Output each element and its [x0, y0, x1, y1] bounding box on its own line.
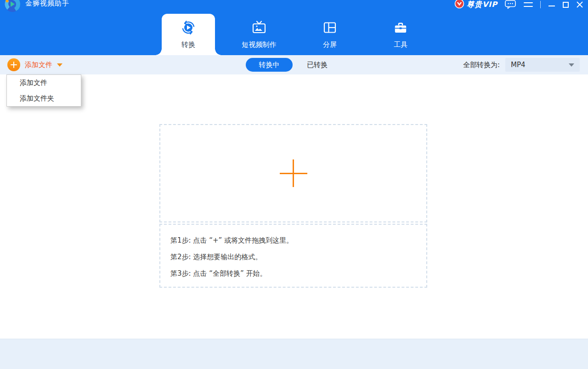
tab-short-video-label: 短视频制作 — [242, 40, 277, 49]
menu-item-add-folder[interactable]: 添加文件夹 — [7, 91, 81, 106]
app-logo-icon — [4, 0, 21, 13]
nav-tabs: 转换 短视频制作 — [162, 14, 427, 55]
step-3: 第3步: 点击 “全部转换” 开始。 — [170, 265, 426, 282]
app-window: 金狮视频助手 尊贵VIP — [0, 0, 588, 369]
add-files-plus-icon[interactable] — [280, 159, 307, 187]
split-screen-icon — [322, 20, 338, 37]
vip-label: 尊贵VIP — [467, 0, 498, 10]
vip-shield-icon — [454, 0, 464, 11]
add-file-label: 添加文件 — [25, 61, 52, 69]
close-button[interactable] — [576, 1, 583, 8]
format-select[interactable]: MP4 — [505, 58, 580, 72]
plus-icon — [7, 58, 20, 71]
subtab-converted[interactable]: 已转换 — [307, 58, 328, 72]
step-2: 第2步: 选择想要输出的格式。 — [170, 249, 426, 265]
convert-all-group: 全部转换为: MP4 — [463, 58, 580, 72]
file-drop-area[interactable] — [159, 124, 427, 222]
tab-tools-label: 工具 — [394, 40, 407, 49]
tab-short-video[interactable]: 短视频制作 — [232, 14, 286, 55]
tab-split-screen-label: 分屏 — [323, 40, 337, 49]
footer-bar: 保存至: D:\视频保存 OFF — [0, 339, 588, 369]
vip-badge[interactable]: 尊贵VIP — [454, 0, 498, 11]
maximize-button[interactable] — [563, 2, 569, 8]
tab-convert-label: 转换 — [181, 40, 195, 49]
convert-all-label: 全部转换为: — [463, 61, 500, 69]
chevron-down-icon — [57, 63, 62, 67]
add-file-button[interactable]: 添加文件 — [7, 58, 62, 71]
subtab-converting[interactable]: 转换中 — [246, 58, 293, 72]
instructions-panel: 第1步: 点击 “+” 或将文件拖拽到这里。 第2步: 选择想要输出的格式。 第… — [159, 224, 427, 288]
titlebar-divider — [540, 1, 541, 8]
toolbox-icon — [393, 20, 408, 37]
feedback-icon[interactable] — [505, 0, 516, 9]
titlebar-controls: 尊贵VIP — [454, 0, 583, 10]
header: 金狮视频助手 尊贵VIP — [0, 0, 588, 55]
menu-icon[interactable] — [524, 2, 533, 7]
toolbar: 添加文件 转换中 已转换 全部转换为: MP4 — [0, 55, 588, 74]
tv-image-icon — [251, 20, 267, 37]
menu-item-add-file[interactable]: 添加文件 — [7, 75, 81, 91]
tab-convert[interactable]: 转换 — [162, 14, 215, 55]
minimize-button[interactable] — [548, 1, 555, 8]
convert-icon — [181, 20, 196, 37]
add-file-menu: 添加文件 添加文件夹 — [6, 74, 81, 107]
tab-tools[interactable]: 工具 — [374, 14, 427, 55]
app-title: 金狮视频助手 — [25, 0, 69, 8]
chevron-down-icon — [569, 63, 574, 67]
tab-split-screen[interactable]: 分屏 — [303, 14, 356, 55]
format-value: MP4 — [511, 61, 526, 69]
step-1: 第1步: 点击 “+” 或将文件拖拽到这里。 — [170, 232, 426, 249]
